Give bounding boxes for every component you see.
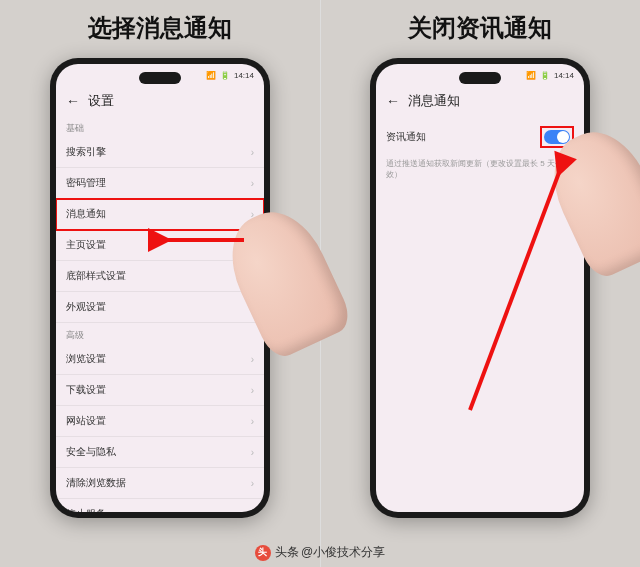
page-header: ← 设置 [56,86,264,116]
stage: 选择消息通知 📶 🔋 14:14 ← 设置 基础 搜索引擎›密码管理›消息通知›… [0,0,640,567]
settings-row[interactable]: 消息通知› [56,199,264,230]
battery-icon: 🔋 [540,71,550,80]
right-screen: 📶 🔋 14:14 ← 消息通知 资讯通知 通过推送通知获取新闻更新（更改设置最… [376,64,584,512]
right-panel: 关闭资讯通知 📶 🔋 14:14 ← 消息通知 资讯通知 通过推送通知获取新闻更… [320,0,640,567]
settings-row[interactable]: 密码管理› [56,168,264,199]
right-caption: 关闭资讯通知 [320,12,640,44]
row-label: 底部样式设置 [66,269,126,283]
camera-notch [139,72,181,84]
section-label: 高级 [56,323,264,344]
page-title: 设置 [88,92,114,110]
signal-icon: 📶 [526,71,536,80]
row-label: 密码管理 [66,176,106,190]
row-label: 安全与隐私 [66,445,116,459]
battery-icon: 🔋 [220,71,230,80]
clock: 14:14 [234,71,254,80]
chevron-right-icon: › [251,147,254,158]
toggle-row[interactable]: 资讯通知 [376,116,584,158]
row-label: 外观设置 [66,300,106,314]
row-label: 浏览设置 [66,352,106,366]
section-label: 基础 [56,116,264,137]
chevron-right-icon: › [251,478,254,489]
footer-author: @小俊技术分享 [301,544,385,561]
toggle-label: 资讯通知 [386,130,426,144]
row-label: 网站设置 [66,414,106,428]
left-screen: 📶 🔋 14:14 ← 设置 基础 搜索引擎›密码管理›消息通知›主页设置›底部… [56,64,264,512]
settings-row[interactable]: 安全与隐私› [56,437,264,468]
signal-icon: 📶 [206,71,216,80]
row-label: 停止服务 [66,507,106,512]
settings-row[interactable]: 停止服务› [56,499,264,512]
settings-row[interactable]: 网站设置› [56,406,264,437]
left-caption: 选择消息通知 [0,12,320,44]
camera-notch [459,72,501,84]
right-phone: 📶 🔋 14:14 ← 消息通知 资讯通知 通过推送通知获取新闻更新（更改设置最… [370,58,590,518]
chevron-right-icon: › [251,447,254,458]
chevron-right-icon: › [251,509,254,513]
toggle-desc: 通过推送通知获取新闻更新（更改设置最长 5 天生效） [376,158,584,180]
toutiao-icon: 头 [255,545,271,561]
settings-row[interactable]: 下载设置› [56,375,264,406]
row-label: 下载设置 [66,383,106,397]
clock: 14:14 [554,71,574,80]
row-label: 搜索引擎 [66,145,106,159]
row-label: 清除浏览数据 [66,476,126,490]
chevron-right-icon: › [251,385,254,396]
footer: 头 头条 @小俊技术分享 [0,544,640,561]
settings-row[interactable]: 外观设置› [56,292,264,323]
back-icon[interactable]: ← [386,93,400,109]
chevron-right-icon: › [251,178,254,189]
settings-row[interactable]: 浏览设置› [56,344,264,375]
row-label: 主页设置 [66,238,106,252]
back-icon[interactable]: ← [66,93,80,109]
settings-row[interactable]: 搜索引擎› [56,137,264,168]
row-label: 消息通知 [66,207,106,221]
left-panel: 选择消息通知 📶 🔋 14:14 ← 设置 基础 搜索引擎›密码管理›消息通知›… [0,0,320,567]
settings-row[interactable]: 清除浏览数据› [56,468,264,499]
chevron-right-icon: › [251,416,254,427]
page-title: 消息通知 [408,92,460,110]
page-header: ← 消息通知 [376,86,584,116]
chevron-right-icon: › [251,354,254,365]
footer-brand: 头条 [275,544,299,561]
left-phone: 📶 🔋 14:14 ← 设置 基础 搜索引擎›密码管理›消息通知›主页设置›底部… [50,58,270,518]
